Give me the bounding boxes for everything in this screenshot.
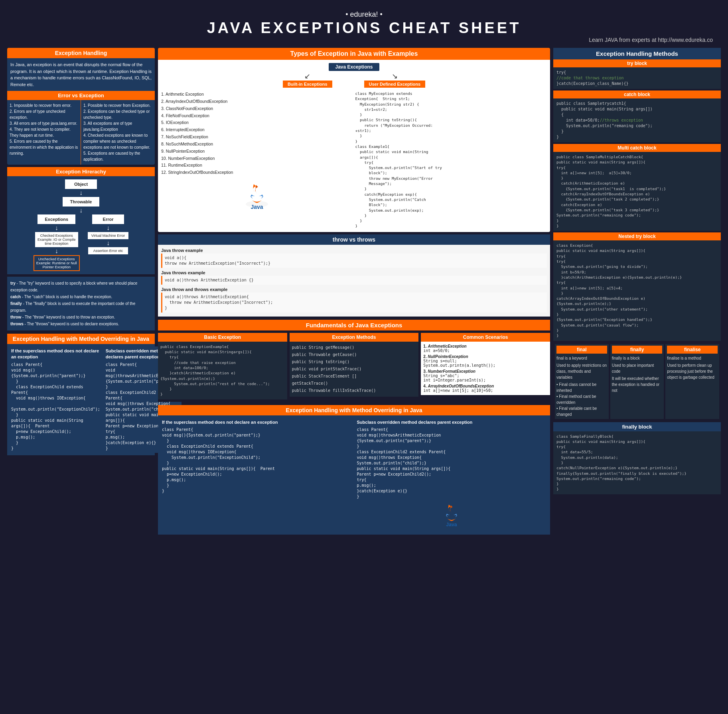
nested-try-section: Nested try block class Exception{ public… xyxy=(553,232,721,340)
exc-handling-methods-section: Exception Handling Methods try block try… xyxy=(553,48,721,494)
override-section: Exception Handling with Method Overridin… xyxy=(7,334,155,455)
exc-methods-col: Exception Methods public String getMessa… xyxy=(290,333,419,399)
scenario-2: 2. NullPointerException String s=null;Sy… xyxy=(423,354,548,368)
user-defined-col: class MyException extends Exception{ Str… xyxy=(355,91,547,229)
try-block-code: try{ //code that throws exception }catch… xyxy=(553,67,721,89)
hierarchy-section: Exception Hirerachy Object ↓ Throwable ↓… xyxy=(7,167,155,274)
try-block-header: try block xyxy=(553,59,721,67)
left-panel: Exception Handling In Java, an exception… xyxy=(7,48,155,535)
finally-block-header: finally block xyxy=(553,422,721,431)
exc-methods-header: Exception Methods xyxy=(290,333,419,342)
middle-override-col1-title: If the superclass method does not declar… xyxy=(162,419,351,425)
multi-catch-code: public class SampleMultipleCatchBlock{ p… xyxy=(553,152,721,231)
exception-list: 1. Arithmetic Exception 2. ArrayIndexOut… xyxy=(161,91,353,176)
override-grid: If the superclass method does not declar… xyxy=(7,344,155,455)
hier-object: Object xyxy=(65,179,97,189)
finally-col-body: finally is a block Used to place importa… xyxy=(612,355,663,393)
hier-row-1: Exceptions ↓ Checked ExceptionsExample: … xyxy=(34,214,128,271)
middle-override-col1-code: class Parent{ void msg(){System.out.prin… xyxy=(162,427,351,494)
hierarchy-body: Object ↓ Throwable ↓ Exceptions ↓ Checke… xyxy=(7,176,155,274)
try-block-section: try block try{ //code that throws except… xyxy=(553,59,721,89)
finally-block-section: finally block class SampleFinallyBlock{ … xyxy=(553,422,721,494)
types-header: Types of Exception in Java with Examples xyxy=(158,48,550,60)
java-logo-area: Java xyxy=(161,176,353,216)
basic-exc-col: Basic Exception public class ExceptionEx… xyxy=(158,333,287,399)
throw-vs-throws-header: throw vs throws xyxy=(158,234,550,245)
exception-handling-section: Exception Handling In Java, an exception… xyxy=(7,48,155,165)
throw-body: Java throw example void a(){throw new Ar… xyxy=(158,245,550,317)
tree-branch-user: User Defined Exceptions xyxy=(364,81,426,88)
tree-branch-builtin: Built-in Exceptions xyxy=(283,81,332,88)
svg-text:Java: Java xyxy=(251,204,263,210)
catch-block-header: catch block xyxy=(553,90,721,98)
common-scenarios-header: Common Scenarios xyxy=(421,333,550,342)
override-col1: If the superclass method does not declar… xyxy=(10,346,102,453)
hier-unchecked: Unchecked ExceptionsExample: Runtime or … xyxy=(34,255,80,271)
error-col: 1. Impossible to recover from error.2. E… xyxy=(7,100,81,165)
edureka-logo: • edureka! • xyxy=(7,10,721,19)
java-logo-area-2: Java xyxy=(357,500,546,531)
svg-text:Java: Java xyxy=(446,522,457,527)
exception-handling-intro: In Java, an exception is an event that d… xyxy=(7,58,155,91)
final-col: final final is a keyword Used to apply r… xyxy=(555,344,609,419)
content-grid: Exception Handling In Java, an exception… xyxy=(7,48,721,535)
types-body: Java Exceptions ↙ Built-in Exceptions ↘ … xyxy=(158,60,550,232)
error-vs-exc-header: Error vs Exception xyxy=(7,91,155,100)
error-vs-exc-cols: 1. Impossible to recover from error.2. E… xyxy=(7,100,155,165)
builtin-list-col: 1. Arithmetic Exception 2. ArrayIndexOut… xyxy=(161,91,353,229)
hier-error: Error xyxy=(92,214,124,224)
hierarchy-diagram: Object ↓ Throwable ↓ Exceptions ↓ Checke… xyxy=(10,179,152,271)
hierarchy-header: Exception Hirerachy xyxy=(7,167,155,176)
scenario-4: 4. ArrayIndexOutOfBoundsException int a[… xyxy=(423,384,548,393)
exc-keywords-section: try - The "try" keyword is used to speci… xyxy=(7,277,155,330)
java-logo-icon: Java xyxy=(241,180,273,212)
finalise-col: finalise finalise is a method Used to pe… xyxy=(665,344,719,419)
java-throw-code: void a(){throw new ArithmeticException("… xyxy=(161,254,547,268)
middle-override-col1: If the superclass method does not declar… xyxy=(160,418,353,532)
scenario-1: 1. ArithmeticException int a=50/0; xyxy=(423,344,548,353)
override-col1-title: If the superclass method does not declar… xyxy=(11,348,100,360)
fund-header: Fundamentals of Java Exceptions xyxy=(158,320,550,330)
final-col-body: final is a keyword Used to apply restric… xyxy=(556,355,607,417)
finally-col: finally finally is a block Used to place… xyxy=(610,344,664,419)
middle-override-header: Exception Handling with Method Overridin… xyxy=(158,405,550,415)
finally-col-header: finally xyxy=(612,346,663,354)
hier-exceptions: Exceptions xyxy=(37,214,75,224)
basic-exc-header: Basic Exception xyxy=(158,333,287,342)
nested-try-header: Nested try block xyxy=(553,232,721,240)
hier-vme: Virtual Machine Error xyxy=(88,232,128,239)
catch-block-section: catch block public class Sampletrycatch1… xyxy=(553,90,721,142)
java-throw-and-throws-label: Java throw and throws example xyxy=(161,287,547,292)
page-title: JAVA EXCEPTIONS CHEAT SHEET xyxy=(7,20,721,37)
common-scenarios-body: 1. ArithmeticException int a=50/0; 2. Nu… xyxy=(421,342,550,395)
tree-diagram: Java Exceptions ↙ Built-in Exceptions ↘ … xyxy=(161,63,547,88)
java-throw-and-throws-code: void a()throws ArithmeticException{ thro… xyxy=(161,293,547,313)
finally-block-code: class SampleFinallyBlock{ public static … xyxy=(553,431,721,494)
main-container: • edureka! • JAVA EXCEPTIONS CHEAT SHEET… xyxy=(4,4,724,538)
multi-catch-header: Multi catch block xyxy=(553,144,721,152)
middle-override-col2-code: class Parent{ void msg()throwsArithmetic… xyxy=(357,427,546,500)
exception-col: 1. Possible to recover from Exception.2.… xyxy=(81,100,155,165)
exc-keywords-body: try - The "try" keyword is used to speci… xyxy=(7,277,155,330)
scenario-3: 3. NumberFormatException String s="abc";… xyxy=(423,369,548,382)
basic-exc-body: public class ExceptionExample{ public st… xyxy=(158,342,287,399)
override-header: Exception Handling with Method Overridin… xyxy=(7,334,155,344)
hier-throwable: Throwable xyxy=(63,197,99,207)
java-logo-icon-2: Java xyxy=(438,501,466,529)
final-grid: final final is a keyword Used to apply r… xyxy=(553,342,721,421)
types-section: Types of Exception in Java with Examples… xyxy=(158,48,550,232)
user-def-code: class MyException extends Exception{ Str… xyxy=(355,91,547,229)
middle-override-section: Exception Handling with Method Overridin… xyxy=(158,405,550,535)
java-throw-label: Java throw example xyxy=(161,248,547,253)
catch-block-code: public class Sampletrycatch1{ public sta… xyxy=(553,98,721,142)
fundamentals-section: Fundamentals of Java Exceptions Basic Ex… xyxy=(158,320,550,402)
header: • edureka! • JAVA EXCEPTIONS CHEAT SHEET… xyxy=(7,7,721,45)
middle-two-col: 1. Arithmetic Exception 2. ArrayIndexOut… xyxy=(161,91,547,229)
final-col-header: final xyxy=(556,346,607,354)
finalise-col-header: finalise xyxy=(667,346,718,354)
right-panel: Exception Handling Methods try block try… xyxy=(553,48,721,535)
java-throws-label: Java throws example xyxy=(161,270,547,275)
middle-panel: Types of Exception in Java with Examples… xyxy=(158,48,550,535)
java-throws-code: void a()throws ArithmeticException {} xyxy=(161,276,547,285)
hier-assertion: Assertion Error etc xyxy=(88,247,128,254)
